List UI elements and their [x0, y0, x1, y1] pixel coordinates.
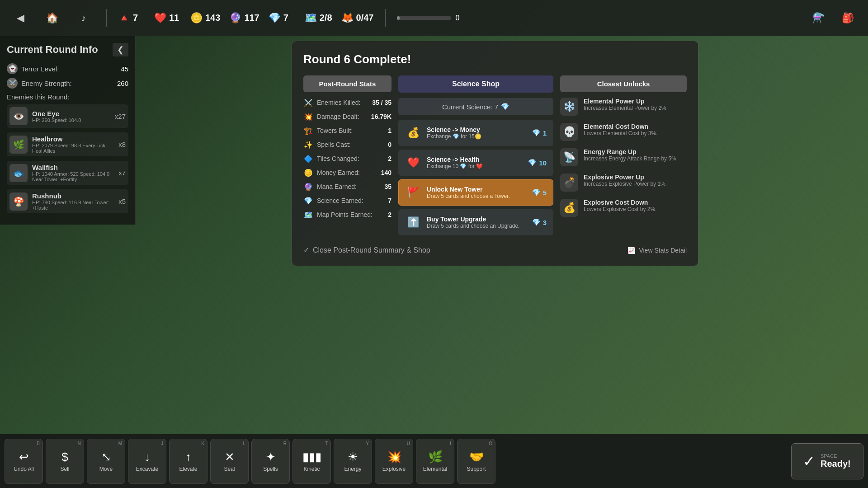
- action-seal[interactable]: L ✕ Seal: [210, 439, 249, 484]
- enemy-info-one-eye: One Eye HP: 260 Speed: 104.0: [32, 110, 110, 123]
- shop-item-health[interactable]: ❤️ Science -> Health Exchange 10 💎 for ❤…: [398, 150, 553, 176]
- divider-1: [106, 9, 107, 27]
- sidebar-title: Current Round Info: [7, 44, 98, 56]
- ready-key-label: SPACE: [821, 453, 851, 459]
- shop-item-unlock-tower[interactable]: 🚩 Unlock New Tower Draw 5 cards and choo…: [398, 179, 553, 206]
- elemental-power-up-icon: ❄️: [560, 98, 578, 116]
- undo-all-icon: ↩: [19, 450, 29, 464]
- bottombar: B ↩ Undo All N $ Sell M ⤡ Move J ↓ Excav…: [0, 434, 868, 488]
- enemy-strength-label: Enemy Strength:: [21, 80, 113, 87]
- energy-range-up-text: Energy Range Up Increases Energy Attack …: [584, 148, 678, 162]
- mana-earned-label: Mana Earned:: [317, 183, 381, 190]
- enemy-info-rushnub: Rushnub HP: 780 Speed: 116.9 Near Tower:…: [32, 192, 114, 211]
- shop-item-health-desc: Exchange 10 💎 for ❤️: [427, 163, 523, 169]
- shop-item-buy-upgrade[interactable]: ⬆️ Buy Tower Upgrade Draw 5 cards and ch…: [398, 209, 553, 235]
- action-elemental[interactable]: I 🌿 Elemental: [416, 439, 454, 484]
- stat-towers: 🦊 0/47: [341, 12, 374, 24]
- buy-upgrade-cost-value: 3: [543, 219, 547, 226]
- action-explosive[interactable]: U 💥 Explosive: [375, 439, 413, 484]
- close-checkmark-icon: ✓: [303, 246, 309, 254]
- shop-item-money[interactable]: 💰 Science -> Money Exchange 💎 for 15🪙 💎 …: [398, 120, 553, 146]
- action-undo-all[interactable]: B ↩ Undo All: [5, 439, 43, 484]
- enemy-icon-rushnub: 🍄: [9, 192, 28, 211]
- explosive-cost-down-desc: Lowers Explosive Cost by 2%.: [584, 206, 656, 212]
- ready-label: Ready!: [821, 459, 851, 469]
- explosive-power-up-icon: 💣: [560, 174, 578, 192]
- shop-item-unlock-tower-icon: 🚩: [405, 184, 421, 201]
- action-energy[interactable]: Y ☀ Energy: [334, 439, 372, 484]
- shop-item-health-title: Science -> Health: [427, 156, 523, 163]
- shop-item-money-cost: 💎 1: [532, 129, 547, 137]
- move-key: M: [118, 441, 122, 446]
- close-post-round-button[interactable]: ✓ Close Post-Round Summary & Shop: [303, 246, 430, 254]
- money-earned-label: Money Earned:: [317, 169, 377, 176]
- energy-label: Energy: [344, 466, 361, 472]
- support-label: Support: [467, 466, 486, 472]
- enemy-stats-rushnub: HP: 780 Speed: 116.9 Near Tower: +Haste: [32, 200, 114, 211]
- ready-button[interactable]: ✓ SPACE Ready!: [791, 443, 863, 479]
- spells-label: Spells Cast:: [317, 141, 384, 148]
- energy-key: Y: [366, 441, 369, 446]
- view-stats-icon: 📈: [627, 247, 635, 254]
- shop-item-money-title: Science -> Money: [427, 126, 527, 133]
- terror-label: Terror Level:: [21, 65, 117, 73]
- kinetic-key: T: [325, 441, 328, 446]
- music-icon[interactable]: ♪: [72, 7, 95, 29]
- energy-icon: ☀: [348, 450, 358, 464]
- seal-label: Seal: [224, 466, 235, 472]
- undo-all-key: B: [37, 441, 40, 446]
- enemy-icon-healbrow: 🌿: [9, 136, 28, 154]
- elemental-cost-down-title: Elemental Cost Down: [584, 123, 657, 130]
- spells-key: R: [283, 441, 287, 446]
- enemy-name-rushnub: Rushnub: [32, 192, 114, 200]
- explosive-key: U: [407, 441, 410, 446]
- view-stats-button[interactable]: 📈 View Stats Detail: [627, 247, 687, 254]
- shop-item-money-desc: Exchange 💎 for 15🪙: [427, 133, 527, 140]
- tiles-value: 2: [388, 155, 392, 162]
- xp-bar-container: 0: [397, 14, 460, 22]
- action-move[interactable]: M ⤡ Move: [87, 439, 125, 484]
- enemy-name-healbrow: Healbrow: [32, 135, 114, 143]
- action-elevate[interactable]: K ↑ Elevate: [169, 439, 208, 484]
- shop-item-health-cost: 💎 10: [528, 159, 547, 167]
- unlock-item-explosive-power-up: 💣 Explosive Power Up Increases Explosive…: [560, 174, 687, 192]
- action-kinetic[interactable]: T ▮▮▮ Kinetic: [292, 439, 331, 484]
- stat-health: ❤️ 11: [154, 12, 181, 24]
- enemies-killed-value: 35 / 35: [372, 99, 392, 106]
- undo-all-label: Undo All: [14, 466, 34, 472]
- elemental-icon: 🌿: [428, 450, 443, 464]
- action-sell[interactable]: N $ Sell: [46, 439, 84, 484]
- enemy-row-wallfish: 🐟 Wallfish HP: 1040 Armor: 520 Speed: 10…: [7, 161, 128, 185]
- action-excavate[interactable]: J ↓ Excavate: [128, 439, 166, 484]
- enemy-name-wallfish: Wallfish: [32, 164, 114, 171]
- tiles-icon: 🔷: [303, 154, 313, 164]
- health-cost-value: 10: [539, 159, 547, 167]
- topbar-right-icons: ⚗️ 🎒: [807, 7, 859, 29]
- explosive-cost-down-icon: 💰: [560, 199, 578, 217]
- explosive-power-up-title: Explosive Power Up: [584, 174, 667, 181]
- shop-item-buy-upgrade-desc: Draw 5 cards and choose an Upgrade.: [427, 223, 527, 229]
- support-icon: 🤝: [469, 450, 484, 464]
- tiles-label: Tiles Changed:: [317, 155, 384, 162]
- unlock-tower-cost-gem-icon: 💎: [532, 188, 541, 197]
- tower-icon[interactable]: 🏠: [41, 7, 63, 29]
- enemy-stats-one-eye: HP: 260 Speed: 104.0: [32, 117, 110, 123]
- explosive-power-up-text: Explosive Power Up Increases Explosive P…: [584, 174, 667, 187]
- current-science-gem-icon: 💎: [501, 103, 509, 111]
- round-complete-modal: Round 6 Complete! Post-Round Stats ⚔️ En…: [292, 41, 698, 266]
- spells-value: 0: [388, 141, 392, 148]
- back-button[interactable]: ◀: [9, 7, 32, 29]
- bag-icon[interactable]: 🎒: [836, 7, 859, 29]
- stat-towers-built: 🏗️ Towers Built: 1: [303, 126, 392, 136]
- current-science-label: Current Science: 7: [442, 103, 498, 111]
- stat-mana-earned: 🔮 Mana Earned: 35: [303, 182, 392, 192]
- action-spells[interactable]: R ✦ Spells: [251, 439, 290, 484]
- action-support[interactable]: O 🤝 Support: [457, 439, 495, 484]
- science-shop-panel: Science Shop Current Science: 7 💎 💰 Scie…: [398, 75, 553, 239]
- flask-icon[interactable]: ⚗️: [807, 7, 830, 29]
- view-stats-label: View Stats Detail: [639, 247, 687, 254]
- mana-earned-value: 35: [384, 183, 392, 190]
- elevate-key: K: [201, 441, 204, 446]
- shop-item-health-icon: ❤️: [405, 155, 421, 171]
- shop-item-buy-upgrade-text: Buy Tower Upgrade Draw 5 cards and choos…: [427, 216, 527, 229]
